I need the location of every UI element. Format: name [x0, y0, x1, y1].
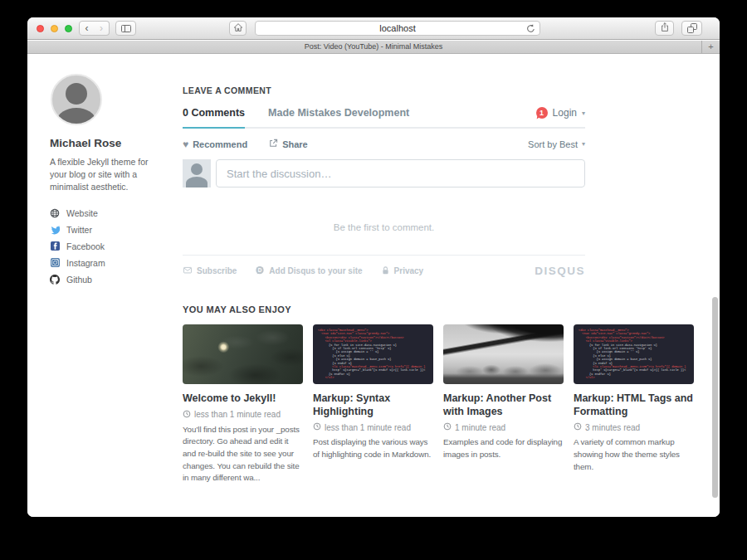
zoom-button[interactable] [65, 25, 72, 32]
sidebar-link-facebook[interactable]: Facebook [50, 241, 174, 251]
github-icon [50, 275, 60, 285]
post-meta: 3 minutes read [574, 422, 694, 432]
empty-state-message: Be the first to comment. [183, 222, 585, 232]
notification-badge: 1 [536, 107, 548, 119]
refresh-icon[interactable] [525, 23, 536, 37]
post-excerpt: Post displaying the various ways of high… [313, 436, 433, 460]
add-disqus-link[interactable]: D Add Disqus to your site [255, 265, 362, 277]
sidebar-icon [121, 25, 131, 32]
post-thumbnail-photo[interactable] [183, 324, 303, 384]
share-label: Share [282, 139, 308, 149]
disqus-logo[interactable]: DISQUS [535, 265, 585, 277]
sidebar-link-website[interactable]: Website [50, 208, 174, 218]
related-cards: Welcome to Jekyll! less than 1 minute re… [183, 324, 694, 485]
sidebar-link-label: Website [66, 208, 98, 218]
address-bar[interactable]: localhost [255, 21, 540, 36]
related-posts-section: YOU MAY ALSO ENJOY Welcome to Jekyll! le… [183, 304, 694, 485]
disqus-action-bar: ♥ Recommend Share Sort by Best ▾ [183, 129, 585, 158]
sidebar-link-label: Github [66, 275, 92, 285]
instagram-icon [50, 258, 60, 268]
tabs-icon [687, 23, 697, 33]
envelope-icon [183, 265, 193, 276]
minimize-button[interactable] [51, 25, 58, 32]
post-excerpt: Examples and code for displaying images … [443, 436, 564, 460]
post-thumbnail-photo[interactable] [443, 324, 564, 384]
post-title[interactable]: Markup: Another Post with Images [443, 392, 564, 418]
author-name: Michael Rose [50, 137, 174, 149]
chevron-down-icon: ▾ [582, 140, 585, 148]
post-title[interactable]: Markup: Syntax Highlighting [313, 392, 433, 418]
recommend-button[interactable]: ♥ Recommend [183, 139, 247, 149]
read-time: less than 1 minute read [194, 410, 281, 419]
sidebar-link-label: Facebook [66, 241, 105, 251]
author-links: Website Twitter Facebook [50, 208, 174, 285]
post-thumbnail-code[interactable]: <div class="masthead__menu"> <nav id="si… [574, 324, 694, 384]
read-time: less than 1 minute read [325, 423, 411, 432]
scrollbar-thumb[interactable] [712, 297, 718, 498]
login-label: Login [553, 107, 577, 119]
post-thumbnail-code[interactable]: <div class="masthead__menu"> <nav id="si… [313, 324, 433, 384]
related-heading: YOU MAY ALSO ENJOY [183, 304, 694, 314]
read-time: 3 minutes read [585, 423, 640, 432]
close-button[interactable] [37, 25, 44, 32]
new-tab-button[interactable]: + [701, 41, 720, 53]
subscribe-link[interactable]: Subscribe [183, 265, 237, 276]
comment-section: LEAVE A COMMENT 0 Comments Made Mistakes… [183, 85, 585, 277]
related-post-card: <div class="masthead__menu"> <nav id="si… [313, 324, 433, 485]
back-button[interactable]: ‹ [79, 21, 95, 36]
share-icon [660, 22, 670, 35]
facebook-icon [50, 241, 60, 251]
sidebar-link-label: Twitter [66, 225, 92, 235]
privacy-link[interactable]: Privacy [381, 265, 424, 277]
tab-community[interactable]: Made Mistakes Development [268, 107, 409, 119]
disqus-footer: Subscribe D Add Disqus to your site Priv… [183, 265, 585, 277]
sidebar-link-instagram[interactable]: Instagram [50, 258, 174, 268]
commenter-avatar [183, 159, 211, 187]
comments-heading: LEAVE A COMMENT [183, 85, 585, 95]
chevron-down-icon: ▾ [582, 110, 585, 117]
browser-toolbar: ‹ › localhost [27, 17, 720, 40]
read-time: 1 minute read [455, 423, 505, 432]
clock-icon [183, 410, 191, 420]
post-title[interactable]: Markup: HTML Tags and Formatting [574, 392, 694, 418]
forward-button[interactable]: › [94, 21, 110, 36]
page-content: Michael Rose A flexible Jekyll theme for… [27, 54, 720, 517]
post-excerpt: You’ll find this post in your _posts dir… [183, 424, 303, 485]
sidebar-toggle-button[interactable] [115, 21, 136, 36]
privacy-label: Privacy [394, 266, 424, 275]
sort-control[interactable]: Sort by Best ▾ [528, 139, 585, 149]
forward-icon: › [100, 22, 103, 34]
twitter-icon [50, 225, 60, 235]
subscribe-label: Subscribe [197, 266, 237, 275]
svg-text:D: D [258, 266, 262, 272]
author-bio: A flexible Jekyll theme for your blog or… [50, 156, 167, 194]
post-title[interactable]: Welcome to Jekyll! [183, 392, 303, 406]
tab-overview-button[interactable] [681, 21, 702, 36]
share-thread-button[interactable]: Share [269, 139, 308, 149]
sort-label: Sort by Best [528, 139, 578, 149]
home-button[interactable] [229, 21, 247, 36]
clock-icon [574, 422, 582, 432]
related-post-card: Welcome to Jekyll! less than 1 minute re… [183, 324, 303, 485]
clock-icon [443, 422, 452, 432]
sidebar-link-twitter[interactable]: Twitter [50, 225, 174, 235]
post-meta: less than 1 minute read [313, 422, 433, 432]
sidebar-link-github[interactable]: Github [50, 275, 174, 285]
avatar [51, 74, 102, 125]
recommend-label: Recommend [193, 139, 247, 149]
comment-input[interactable] [216, 159, 585, 187]
login-control[interactable]: 1 Login ▾ [536, 107, 585, 119]
home-icon [233, 22, 243, 35]
author-profile: Michael Rose A flexible Jekyll theme for… [50, 74, 174, 291]
related-post-card: <div class="masthead__menu"> <nav id="si… [574, 324, 694, 485]
tab-bar: Post: Video (YouTube) - Minimal Mistakes… [27, 41, 720, 54]
post-meta: less than 1 minute read [183, 410, 303, 420]
window-controls [37, 25, 72, 32]
share-page-button[interactable] [655, 21, 674, 36]
disqus-bubble-icon: D [255, 265, 265, 277]
clock-icon [313, 422, 321, 432]
post-excerpt: A variety of common markup showing how t… [574, 436, 694, 473]
active-tab[interactable]: Post: Video (YouTube) - Minimal Mistakes [27, 41, 720, 53]
tab-comment-count[interactable]: 0 Comments [183, 107, 245, 119]
browser-window: ‹ › localhost Post: Video [27, 17, 720, 517]
